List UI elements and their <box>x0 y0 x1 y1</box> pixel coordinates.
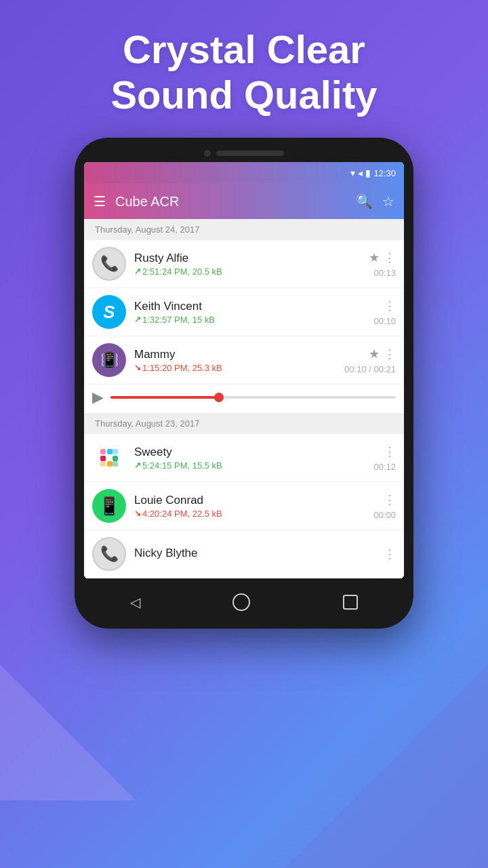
call-name-louie: Louie Conrad <box>134 494 373 507</box>
phone-speaker <box>216 151 284 156</box>
call-info-louie: Louie Conrad ↘ 4:20:24 PM, 22.5 kB <box>134 494 373 519</box>
call-meta-mammy: ★ ⋮ 00:10 / 00:21 <box>344 347 396 374</box>
skype-icon: S <box>103 302 115 323</box>
status-bar: ▾ ◂ ▮ 12:30 <box>84 162 404 184</box>
call-item-keith-vincent[interactable]: S Keith Vincent ↗ 1:32:57 PM, 15 kB ⋮ <box>84 288 404 336</box>
svg-rect-1 <box>107 449 113 454</box>
duration-sweety: 00:12 <box>373 462 396 472</box>
phone-screen: ▾ ◂ ▮ 12:30 ☰ Cube ACR 🔍 ☆ Thursd <box>84 162 404 578</box>
nav-recent-button[interactable] <box>343 595 358 610</box>
avatar-keith: S <box>92 295 126 329</box>
duration-louie: 00:00 <box>373 510 396 520</box>
more-rusty[interactable]: ⋮ <box>384 250 396 265</box>
call-item-nicky-blythe[interactable]: 📞 Nicky Blythe ⋮ <box>84 530 404 578</box>
app-title: Cube ACR <box>115 194 346 210</box>
call-meta-rusty: ★ ⋮ 00:13 <box>369 250 396 278</box>
star-mammy[interactable]: ★ <box>369 347 380 361</box>
call-info-keith: Keith Vincent ↗ 1:32:57 PM, 15 kB <box>134 300 373 325</box>
call-item-rusty-alfie[interactable]: 📞 Rusty Alfie ↗ 2:51:24 PM, 20.5 kB ★ ⋮ <box>84 240 404 288</box>
phone-avatar-icon: 📞 <box>100 255 119 273</box>
call-info-sweety: Sweety ↗ 5:24:15 PM, 15.5 kB <box>134 446 373 471</box>
progress-fill <box>110 396 219 399</box>
avatar-mammy: 📳 <box>92 343 126 377</box>
call-meta-louie: ⋮ 00:00 <box>373 492 396 520</box>
battery-icon: ▮ <box>365 167 371 178</box>
outgoing-arrow-rusty: ↗ <box>134 267 141 276</box>
call-meta-nicky: ⋮ <box>384 547 396 561</box>
call-detail-rusty: ↗ 2:51:24 PM, 20.5 kB <box>134 267 369 277</box>
call-actions-sweety: ⋮ <box>384 444 396 459</box>
whatsapp-icon: 📱 <box>98 496 120 517</box>
more-louie[interactable]: ⋮ <box>384 492 396 507</box>
progress-thumb <box>214 393 224 402</box>
incoming-arrow-louie: ↘ <box>134 509 141 518</box>
call-info-rusty: Rusty Alfie ↗ 2:51:24 PM, 20.5 kB <box>134 252 369 277</box>
call-detail-keith: ↗ 1:32:57 PM, 15 kB <box>134 315 373 325</box>
promo-header: Crystal Clear Sound Quality <box>0 0 488 138</box>
call-item-mammy[interactable]: 📳 Mammy ↘ 1:15:20 PM, 25.3 kB ★ ⋮ <box>84 336 404 384</box>
duration-rusty: 00:13 <box>373 268 396 278</box>
hamburger-icon[interactable]: ☰ <box>94 193 106 210</box>
status-icons: ▾ ◂ ▮ 12:30 <box>350 167 396 178</box>
more-sweety[interactable]: ⋮ <box>384 444 396 459</box>
star-filter-icon[interactable]: ☆ <box>382 193 394 210</box>
call-actions-keith: ⋮ <box>384 298 396 313</box>
call-item-louie-conrad[interactable]: 📱 Louie Conrad ↘ 4:20:24 PM, 22.5 kB ⋮ <box>84 482 404 530</box>
call-name-rusty: Rusty Alfie <box>134 252 369 265</box>
outgoing-arrow-keith: ↗ <box>134 315 141 324</box>
play-button[interactable]: ▶ <box>92 389 104 406</box>
status-time: 12:30 <box>373 168 396 178</box>
call-name-mammy: Mammy <box>134 348 344 361</box>
call-list: Thursday, August 24, 2017 📞 Rusty Alfie … <box>84 219 404 578</box>
svg-rect-3 <box>107 461 113 467</box>
call-item-sweety[interactable]: Sweety ↗ 5:24:15 PM, 15.5 kB ⋮ 00:12 <box>84 434 404 482</box>
phone-device: ▾ ◂ ▮ 12:30 ☰ Cube ACR 🔍 ☆ Thursd <box>75 138 413 629</box>
playback-bar: ▶ <box>84 384 404 413</box>
phone-icon-nicky: 📞 <box>100 545 119 563</box>
more-nicky[interactable]: ⋮ <box>384 547 396 561</box>
call-actions-rusty: ★ ⋮ <box>369 250 396 265</box>
avatar-rusty: 📞 <box>92 247 126 281</box>
nav-home-button[interactable] <box>232 593 250 611</box>
phone-camera <box>204 150 211 157</box>
nav-back-button[interactable]: ◁ <box>130 594 140 610</box>
progress-track[interactable] <box>110 396 396 399</box>
star-rusty[interactable]: ★ <box>369 250 380 265</box>
header-line2: Sound Quality <box>110 73 377 117</box>
avatar-nicky: 📞 <box>92 537 126 571</box>
call-detail-sweety: ↗ 5:24:15 PM, 15.5 kB <box>134 460 373 471</box>
toolbar-icons: 🔍 ☆ <box>356 193 394 210</box>
svg-rect-7 <box>100 461 106 467</box>
call-actions-mammy: ★ ⋮ <box>369 347 396 361</box>
svg-rect-0 <box>100 456 106 461</box>
call-name-keith: Keith Vincent <box>134 300 373 313</box>
svg-rect-2 <box>113 456 118 461</box>
outgoing-arrow-sweety: ↗ <box>134 460 141 470</box>
call-name-sweety: Sweety <box>134 446 373 459</box>
viber-icon: 📳 <box>100 351 119 369</box>
slack-logo-icon <box>98 446 121 469</box>
duration-mammy: 00:10 / 00:21 <box>344 364 396 374</box>
date-header-1: Thursday, August 24, 2017 <box>84 219 404 240</box>
call-info-nicky: Nicky Blythe <box>134 547 384 561</box>
call-info-mammy: Mammy ↘ 1:15:20 PM, 25.3 kB <box>134 348 344 373</box>
svg-rect-4 <box>100 449 106 454</box>
avatar-sweety <box>92 441 126 475</box>
phone-notch <box>84 150 404 157</box>
search-icon[interactable]: 🔍 <box>356 193 373 210</box>
signal-icon: ◂ <box>358 167 363 178</box>
app-toolbar: ☰ Cube ACR 🔍 ☆ <box>84 184 404 219</box>
more-mammy[interactable]: ⋮ <box>384 347 396 361</box>
call-detail-mammy: ↘ 1:15:20 PM, 25.3 kB <box>134 363 344 373</box>
svg-rect-5 <box>113 449 118 454</box>
call-meta-sweety: ⋮ 00:12 <box>373 444 396 472</box>
call-actions-nicky: ⋮ <box>384 547 396 561</box>
call-actions-louie: ⋮ <box>384 492 396 507</box>
more-keith[interactable]: ⋮ <box>384 298 396 313</box>
phone-nav-bar: ◁ <box>84 585 404 619</box>
incoming-arrow-mammy: ↘ <box>134 363 141 372</box>
date-header-2: Thursday, August 23, 2017 <box>84 413 404 434</box>
header-line1: Crystal Clear <box>123 27 365 71</box>
call-detail-louie: ↘ 4:20:24 PM, 22.5 kB <box>134 509 373 519</box>
avatar-louie: 📱 <box>92 489 126 523</box>
